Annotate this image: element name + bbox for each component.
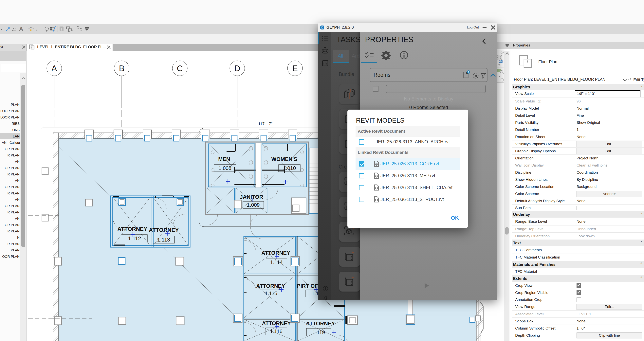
svg-text:1.008: 1.008 xyxy=(218,165,231,171)
svg-text:1.009: 1.009 xyxy=(247,202,260,208)
svg-text:E: E xyxy=(292,64,298,73)
svg-text:1.112: 1.112 xyxy=(128,236,141,242)
svg-text:ATTORNEY: ATTORNEY xyxy=(306,321,335,326)
svg-text:1.114: 1.114 xyxy=(270,259,282,265)
svg-text:MEN: MEN xyxy=(218,156,230,162)
svg-text:ATTORNEY: ATTORNEY xyxy=(261,250,290,256)
svg-text:B: B xyxy=(119,64,124,73)
svg-text:1.113: 1.113 xyxy=(157,237,170,243)
svg-text:2D: 2D xyxy=(499,60,503,63)
svg-text:WOMEN'S: WOMEN'S xyxy=(272,156,297,162)
svg-text:1.010: 1.010 xyxy=(283,165,296,171)
svg-text:A: A xyxy=(52,64,57,73)
svg-text:PIRT OFF: PIRT OFF xyxy=(297,283,321,289)
svg-text:ATTORNEY: ATTORNEY xyxy=(256,283,285,289)
svg-text:ATTORNEY: ATTORNEY xyxy=(149,227,179,233)
svg-text:ATTORNEY: ATTORNEY xyxy=(117,226,148,232)
svg-text:117' - 7": 117' - 7" xyxy=(258,122,272,126)
svg-text:1.119: 1.119 xyxy=(312,329,325,335)
svg-text:JANITOR: JANITOR xyxy=(240,194,263,200)
svg-text:A: A xyxy=(19,26,23,32)
svg-text:1.116: 1.116 xyxy=(270,328,282,334)
svg-text:1: 1 xyxy=(468,70,469,74)
svg-text:ATTORNEY: ATTORNEY xyxy=(262,320,291,326)
svg-text:C: C xyxy=(177,64,183,73)
svg-text:D: D xyxy=(234,64,240,73)
svg-text:1.115: 1.115 xyxy=(265,290,277,296)
